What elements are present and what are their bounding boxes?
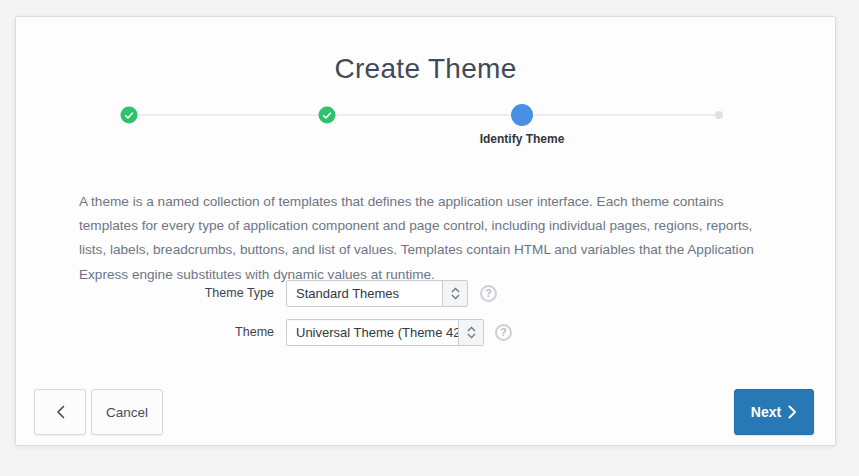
chevron-up-down-icon[interactable]: [458, 320, 483, 345]
next-button-label: Next: [751, 404, 781, 420]
wizard-step-4-pending: [715, 111, 723, 119]
theme-description-text: A theme is a named collection of templat…: [79, 190, 759, 288]
chevron-right-icon: [788, 405, 797, 419]
wizard-step-1-complete: [121, 107, 138, 124]
wizard-progress-track: [129, 114, 719, 116]
check-icon: [125, 111, 134, 119]
wizard-step-2-complete: [319, 107, 336, 124]
create-theme-dialog: Create Theme Identify Theme A theme is a…: [15, 16, 836, 446]
cancel-button[interactable]: Cancel: [91, 389, 163, 435]
chevron-left-icon: [55, 404, 66, 420]
theme-type-label: Theme Type: [16, 280, 274, 307]
wizard-step-3-current: [511, 104, 533, 126]
theme-field-row: Theme Universal Theme (Theme 42) ?: [16, 319, 835, 346]
theme-select[interactable]: Universal Theme (Theme 42): [286, 319, 484, 346]
theme-selected-value: Universal Theme (Theme 42): [287, 320, 458, 345]
theme-type-select[interactable]: Standard Themes: [286, 280, 468, 307]
page-title: Create Theme: [16, 53, 835, 85]
cancel-button-label: Cancel: [106, 405, 148, 420]
theme-type-help-icon[interactable]: ?: [480, 285, 497, 302]
current-step-label: Identify Theme: [480, 132, 565, 146]
theme-type-selected-value: Standard Themes: [287, 281, 442, 306]
theme-type-field-row: Theme Type Standard Themes ?: [16, 280, 835, 307]
theme-label: Theme: [16, 319, 274, 346]
chevron-up-down-icon[interactable]: [442, 281, 467, 306]
theme-help-icon[interactable]: ?: [495, 324, 512, 341]
back-button[interactable]: [34, 389, 86, 435]
check-icon: [323, 111, 332, 119]
next-button[interactable]: Next: [734, 389, 814, 435]
